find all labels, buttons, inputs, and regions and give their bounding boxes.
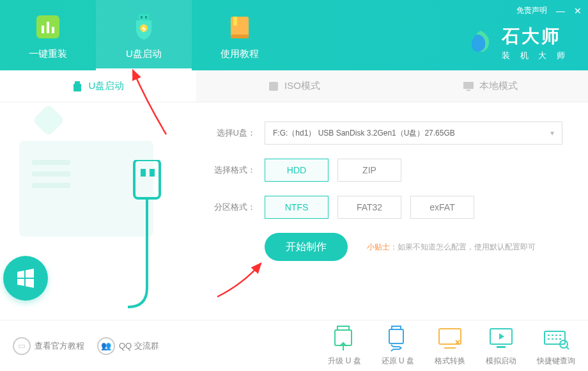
svg-rect-18 [150, 169, 155, 177]
svg-rect-6 [145, 16, 147, 19]
svg-rect-16 [134, 160, 160, 198]
action-upgrade-usb[interactable]: 升级 U 盘 [328, 325, 360, 367]
svg-rect-27 [545, 331, 565, 344]
svg-line-31 [566, 347, 569, 349]
tip-label: 小贴士： [367, 242, 398, 251]
nav-label: 一键重装 [29, 48, 67, 60]
svg-rect-2 [47, 22, 49, 33]
nav-reinstall[interactable]: 一键重装 [0, 0, 96, 70]
partition-option-fat32[interactable]: FAT32 [337, 196, 401, 219]
svg-rect-23 [389, 329, 403, 343]
action-label: 模拟启动 [486, 356, 516, 367]
annotation-arrow [205, 252, 281, 306]
start-button[interactable]: 开始制作 [265, 233, 348, 261]
book-icon: ▭ [13, 337, 31, 355]
nav-usb-boot[interactable]: U盘启动 [96, 0, 192, 70]
nav-tutorial[interactable]: 使用教程 [192, 0, 288, 70]
tab-label: U盘启动 [88, 80, 124, 92]
svg-rect-15 [467, 90, 470, 91]
chevron-down-icon: ▾ [550, 129, 554, 138]
upgrade-usb-icon [331, 325, 358, 352]
footer-qq-link[interactable]: 👥 QQ 交流群 [97, 337, 159, 355]
partition-option-exfat[interactable]: exFAT [410, 196, 474, 219]
svg-rect-12 [74, 84, 81, 91]
usb-icon [72, 81, 83, 92]
main-content: 选择U盘： F:G:（hd1） USB SanDisk 3.2Gen1（U盘）2… [0, 102, 588, 320]
foot-label: QQ 交流群 [119, 340, 159, 352]
disclaimer-link[interactable]: 免责声明 [516, 5, 547, 16]
close-button[interactable]: ✕ [574, 6, 582, 16]
format-option-hdd[interactable]: HDD [265, 159, 329, 182]
partition-option-ntfs[interactable]: NTFS [265, 196, 329, 219]
monitor-icon [463, 81, 474, 92]
simulate-boot-icon [488, 325, 514, 352]
svg-rect-13 [269, 82, 278, 91]
tip-text: 如果不知道怎么配置，使用默认配置即可 [398, 242, 536, 251]
svg-rect-4 [139, 14, 149, 20]
illustration [0, 102, 198, 320]
people-icon: 👥 [97, 337, 115, 355]
footer-tutorial-link[interactable]: ▭ 查看官方教程 [13, 337, 84, 355]
svg-rect-14 [463, 82, 474, 89]
brand-title: 石大师 [502, 24, 569, 49]
restore-usb-icon [384, 325, 411, 352]
book-icon [224, 11, 256, 43]
format-label: 选择格式： [211, 164, 256, 176]
mode-tabs: U盘启动 ISO模式 本地模式 [0, 70, 588, 102]
action-label: 升级 U 盘 [328, 356, 360, 367]
header: 一键重装 U盘启动 使用教程 免责声明 — ✕ 石大师 装 机 大 师 [0, 0, 588, 70]
tab-label: ISO模式 [284, 80, 320, 92]
nav-label: U盘启动 [126, 48, 162, 60]
minimize-button[interactable]: — [556, 6, 565, 16]
foot-label: 查看官方教程 [35, 340, 84, 352]
usb-shield-icon [128, 11, 160, 43]
format-option-zip[interactable]: ZIP [337, 159, 401, 182]
action-label: 还原 U 盘 [382, 356, 414, 367]
svg-rect-1 [42, 26, 44, 33]
disk-value: F:G:（hd1） USB SanDisk 3.2Gen1（U盘）27.65GB [273, 128, 455, 139]
iso-icon [268, 81, 279, 92]
svg-rect-26 [497, 346, 506, 348]
windows-icon [3, 256, 48, 301]
action-format-convert[interactable]: 格式转换 [435, 325, 465, 367]
disk-label: 选择U盘： [211, 127, 256, 139]
action-simulate-boot[interactable]: 模拟启动 [486, 325, 516, 367]
partition-label: 分区格式： [211, 201, 256, 213]
footer: ▭ 查看官方教程 👥 QQ 交流群 升级 U 盘 还原 U 盘 格式转换 模拟启… [0, 320, 588, 371]
format-convert-icon [437, 325, 463, 352]
usb-plug-icon [121, 160, 173, 329]
action-label: 格式转换 [435, 356, 465, 367]
bar-chart-icon [32, 11, 64, 43]
svg-rect-10 [231, 35, 249, 38]
svg-rect-17 [141, 169, 146, 177]
brand-subtitle: 装 机 大 师 [502, 50, 569, 61]
tab-iso[interactable]: ISO模式 [196, 70, 392, 102]
titlebar: 免责声明 — ✕ [516, 5, 582, 16]
action-hotkey-query[interactable]: 快捷键查询 [537, 325, 575, 367]
svg-rect-9 [233, 17, 237, 26]
action-label: 快捷键查询 [537, 356, 575, 367]
hotkey-icon [543, 325, 569, 352]
svg-rect-5 [141, 16, 143, 19]
svg-rect-11 [75, 81, 80, 84]
disk-select[interactable]: F:G:（hd1） USB SanDisk 3.2Gen1（U盘）27.65GB… [265, 122, 562, 145]
form-panel: 选择U盘： F:G:（hd1） USB SanDisk 3.2Gen1（U盘）2… [198, 102, 588, 320]
brand-logo-icon [466, 28, 495, 58]
nav-label: 使用教程 [220, 48, 259, 60]
tip: 小贴士：如果不知道怎么配置，使用默认配置即可 [367, 242, 536, 253]
tab-local[interactable]: 本地模式 [392, 70, 588, 102]
tab-usb-boot[interactable]: U盘启动 [0, 70, 196, 102]
brand: 石大师 装 机 大 师 [466, 24, 569, 61]
tab-label: 本地模式 [479, 80, 518, 92]
action-restore-usb[interactable]: 还原 U 盘 [382, 325, 414, 367]
svg-rect-3 [52, 27, 54, 33]
